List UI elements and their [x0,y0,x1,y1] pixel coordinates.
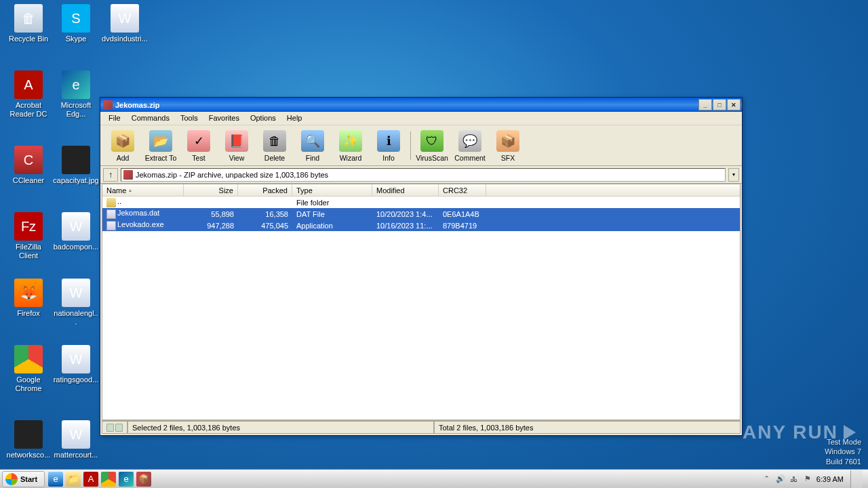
desktop-icon[interactable]: SSkype [53,4,99,43]
status-icon [115,424,123,432]
toolbar-view-button[interactable]: 📕View [218,127,255,164]
desktop-icon[interactable]: 🦊Firefox [5,279,52,318]
toolbar-info-button[interactable]: ℹInfo [370,127,407,164]
taskbar-item[interactable] [101,472,116,487]
toolbar-comment-button[interactable]: 💬Comment [452,127,488,164]
col-crc32[interactable]: CRC32 [439,184,486,196]
toolbar-sfx-button[interactable]: 📦SFX [490,127,526,164]
desktop-icon[interactable]: Google Chrome [5,345,52,393]
winrar-window: Jekomas.zip _ □ ✕ FileCommandsToolsFavor… [100,97,743,436]
col-size[interactable]: Size [184,184,238,196]
desktop-icon[interactable]: 🗑Recycle Bin [5,4,52,43]
clock[interactable]: 6:39 AM [816,475,844,483]
taskbar-item[interactable]: 📦 [136,472,151,487]
desktop-icon[interactable]: Wmattercourt... [53,420,99,460]
tray-expand-icon[interactable]: ⌃ [762,474,772,484]
desktop-icon[interactable]: Wbadcompon... [53,212,99,251]
column-headers: Name Size Packed Type Modified CRC32 [102,184,740,197]
flag-icon[interactable]: ⚑ [803,474,812,484]
col-name[interactable]: Name [102,184,184,196]
windows-watermark: Test Mode Windows 7 Build 7601 [825,437,861,466]
path-box[interactable]: Jekomas.zip - ZIP archive, unpacked size… [121,168,726,182]
status-right: Total 2 files, 1,003,186 bytes [434,421,741,434]
status-icon [106,424,114,432]
volume-icon[interactable]: 🔊 [776,474,785,484]
close-button[interactable]: ✕ [727,99,741,110]
col-packed[interactable]: Packed [238,184,292,196]
toolbar-delete-button[interactable]: 🗑Delete [256,127,293,164]
pathbar: ↑ Jekomas.zip - ZIP archive, unpacked si… [100,166,742,184]
desktop-icon[interactable]: CCCleaner [5,146,52,185]
taskbar-item[interactable]: e [119,472,134,487]
path-dropdown[interactable]: ▾ [728,168,739,182]
menubar: FileCommandsToolsFavoritesOptionsHelp [100,112,742,125]
desktop-icon[interactable]: FzFileZilla Client [5,212,52,260]
show-desktop-button[interactable] [850,470,863,488]
system-tray: ⌃ 🔊 🖧 ⚑ 6:39 AM [757,470,868,488]
menu-tools[interactable]: Tools [175,112,203,125]
desktop-icon[interactable]: Wnationalengl... [53,279,99,327]
maximize-button[interactable]: □ [713,99,726,110]
col-type[interactable]: Type [292,184,372,196]
start-button[interactable]: Start [2,471,45,487]
status-icons [102,421,127,434]
taskbar-item[interactable]: 📁 [66,472,81,487]
statusbar: Selected 2 files, 1,003,186 bytes Total … [102,420,741,434]
menu-help[interactable]: Help [281,112,308,125]
taskbar: Start e📁Ae📦 ⌃ 🔊 🖧 ⚑ 6:39 AM [0,469,868,488]
desktop-icon[interactable]: AAcrobat Reader DC [5,70,52,119]
desktop-icon[interactable]: Wratingsgood... [53,345,99,384]
file-list: Name Size Packed Type Modified CRC32 .. … [102,184,741,420]
window-title: Jekomas.zip [115,101,698,109]
menu-options[interactable]: Options [245,112,281,125]
taskbar-item[interactable]: e [48,472,63,487]
menu-favorites[interactable]: Favorites [203,112,245,125]
table-row[interactable]: Jekomas.dat 55,898 16,358 DAT File 10/20… [102,208,740,220]
desktop-icon[interactable]: networksco... [5,420,52,460]
titlebar[interactable]: Jekomas.zip _ □ ✕ [100,98,742,112]
desktop-icon[interactable]: Wdvdsindustri... [102,4,148,43]
menu-commands[interactable]: Commands [126,112,175,125]
toolbar-find-button[interactable]: 🔍Find [294,127,331,164]
minimize-button[interactable]: _ [698,99,712,110]
toolbar-virusscan-button[interactable]: 🛡VirusScan [414,127,450,164]
desktop-icon[interactable]: capacityat.jpg [53,146,99,185]
toolbar-test-button[interactable]: ✓Test [180,127,217,164]
col-modified[interactable]: Modified [372,184,439,196]
toolbar-extract-to-button[interactable]: 📂Extract To [142,127,179,164]
start-orb-icon [5,473,18,485]
status-left: Selected 2 files, 1,003,186 bytes [127,421,434,434]
network-icon[interactable]: 🖧 [789,474,799,484]
taskbar-item[interactable]: A [83,472,98,487]
archive-icon [123,170,133,180]
file-rows: .. File folder Jekomas.dat 55,898 16,358… [102,197,740,420]
table-row[interactable]: Levokado.exe 947,288 475,045 Application… [102,220,740,231]
menu-file[interactable]: File [103,112,126,125]
up-button[interactable]: ↑ [103,168,118,182]
path-text: Jekomas.zip - ZIP archive, unpacked size… [136,171,328,179]
toolbar-wizard-button[interactable]: ✨Wizard [332,127,369,164]
table-row[interactable]: .. File folder [102,197,740,208]
desktop-icon[interactable]: eMicrosoft Edg... [53,70,99,119]
toolbar: 📦Add📂Extract To✓Test📕View🗑Delete🔍Find✨Wi… [100,125,742,166]
toolbar-add-button[interactable]: 📦Add [104,127,141,164]
winrar-icon [103,100,113,110]
